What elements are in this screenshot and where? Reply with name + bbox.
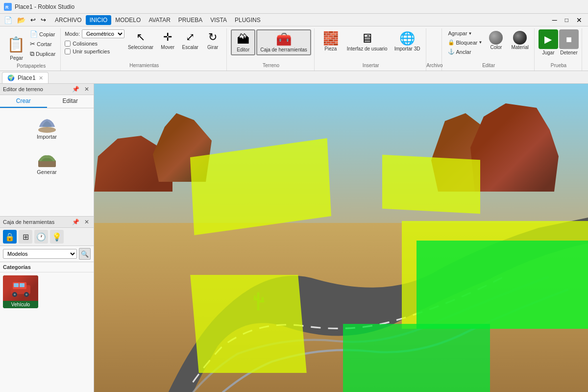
terrain-editor-panel: Editor de terreno 📌 ✕ Crear Editar Impor…	[0, 84, 94, 216]
toolbox-vehiculo-item[interactable]: Vehículo	[3, 275, 38, 308]
svg-rect-7	[20, 283, 24, 287]
terrain-panel-pin[interactable]: 📌	[71, 85, 81, 93]
terrain-panel-header: Editor de terreno 📌 ✕	[0, 84, 94, 95]
menu-prueba[interactable]: PRUEBA	[174, 15, 206, 25]
maximize-btn[interactable]: □	[561, 16, 572, 24]
minimize-btn[interactable]: ─	[548, 15, 561, 25]
seleccionar-label: Seleccionar	[128, 45, 153, 50]
mover-btn[interactable]: ✛ Mover	[157, 29, 178, 52]
editar-buttons: Agrupar ▼ 🔒 Bloquear ▼ ⚓ Anclar	[446, 29, 531, 63]
importar-tool[interactable]: Importar	[27, 113, 67, 143]
close-btn[interactable]: ✕	[572, 15, 586, 25]
bloquear-arrow: ▼	[478, 40, 482, 45]
toolbox-search-row: Modelos Plugins Audio Decales Mallas 🔍	[0, 246, 94, 262]
portapapeles-label: Portapapeles	[17, 63, 46, 70]
portapapeles-group: 📋 📄 Copiar ✂ Cortar ⧉ Duplicar	[2, 28, 61, 71]
menu-avatar[interactable]: AVATAR	[145, 15, 174, 25]
redo-btn[interactable]: ↪	[39, 15, 48, 24]
toolbox-categories-label: Categorías	[0, 262, 94, 272]
generar-tool[interactable]: Generar	[27, 148, 67, 178]
toolbox-bulb-btn[interactable]: 💡	[50, 230, 64, 244]
tab-editar[interactable]: Editar	[47, 95, 94, 108]
girar-btn[interactable]: ↻ Girar	[202, 29, 223, 52]
archivo-file-group: Archivo	[427, 28, 442, 71]
tab-crear[interactable]: Crear	[0, 95, 47, 108]
menu-modelo[interactable]: MODELO	[111, 15, 145, 25]
open-file-btn[interactable]: 📂	[15, 15, 27, 25]
unir-checkbox[interactable]	[65, 49, 71, 54]
unir-label: Unir superficies	[73, 49, 110, 54]
toolbox-panel-pin[interactable]: 📌	[71, 218, 81, 226]
new-file-btn[interactable]: 📄	[2, 15, 14, 25]
material-btn[interactable]: Material	[509, 29, 531, 52]
bloquear-label: Bloquear	[456, 40, 477, 46]
modo-select[interactable]: Geométrico Local Mundial	[82, 29, 124, 38]
herramientas-label: Herramientas	[129, 63, 159, 70]
agrupar-arrow: ▼	[468, 31, 472, 36]
herramientas-group: Modo: Geométrico Local Mundial Colisione…	[62, 28, 227, 71]
paste-icon[interactable]: 📋	[5, 35, 27, 54]
modo-label: Modo:	[65, 31, 80, 37]
3d-viewport[interactable]	[94, 84, 588, 392]
undo-btn[interactable]: ↩	[28, 15, 38, 24]
importar3d-btn[interactable]: 🌐 Importar 3D	[392, 29, 423, 53]
ui-icon: 🖥	[361, 31, 373, 46]
color-sphere-icon	[489, 31, 503, 45]
scene	[94, 84, 588, 392]
terrain-panel-title: Editor de terreno	[3, 86, 69, 92]
menu-archivo[interactable]: ARCHIVO	[51, 15, 86, 25]
toolbox-dropdown[interactable]: Modelos Plugins Audio Decales Mallas	[3, 249, 77, 259]
pieza-btn[interactable]: 🧱 Pieza	[318, 29, 343, 53]
material-label: Material	[511, 45, 529, 50]
cortar-btn[interactable]: ✂ Cortar	[28, 39, 57, 49]
svg-text:R: R	[5, 5, 9, 10]
anchor-icon: ⚓	[448, 49, 455, 55]
escalar-label: Escalar	[182, 45, 198, 50]
copiar-btn[interactable]: 📄 Copiar	[28, 29, 57, 39]
editor-btn[interactable]: 🏔 Editor	[231, 29, 255, 55]
editor-icon: 🏔	[237, 32, 249, 47]
toolbox-grid-btn[interactable]: ⊞	[19, 230, 32, 244]
caja-herramientas-btn[interactable]: 🧰 Caja de herramientas	[256, 29, 311, 55]
rotate-icon: ↻	[208, 31, 217, 44]
terreno-label: Terreno	[263, 63, 279, 70]
pieza-label: Pieza	[324, 46, 337, 52]
terrain-yellow-3	[382, 155, 480, 214]
seleccionar-btn[interactable]: ↖ Seleccionar	[125, 29, 156, 52]
toolbox-panel-close[interactable]: ✕	[83, 218, 91, 226]
paste-group: 📋 📄 Copiar ✂ Cortar ⧉ Duplicar	[5, 29, 57, 59]
toolbox-lock-btn[interactable]: 🔒	[3, 230, 17, 244]
color-btn[interactable]: Color	[485, 29, 507, 52]
editar-group: Agrupar ▼ 🔒 Bloquear ▼ ⚓ Anclar	[443, 28, 535, 71]
menu-vista[interactable]: VISTA	[206, 15, 231, 25]
insertar-label: Insertar	[363, 63, 379, 70]
escalar-btn[interactable]: ⤢ Escalar	[179, 29, 201, 52]
detener-label: Detener	[560, 50, 578, 55]
menu-plugins[interactable]: PLUGINS	[231, 15, 265, 25]
agrupar-btn[interactable]: Agrupar ▼	[446, 29, 484, 37]
place1-tab[interactable]: 🌍 Place1 ✕	[2, 72, 49, 83]
duplicar-btn[interactable]: ⧉ Duplicar	[28, 49, 57, 59]
place1-tab-close[interactable]: ✕	[39, 75, 43, 81]
interfaz-label: Interfaz de usuario	[347, 46, 388, 52]
toolbox-search-btn[interactable]: 🔍	[79, 248, 91, 260]
lock-small-icon: 🔒	[448, 39, 455, 46]
detener-btn[interactable]: ■	[559, 29, 579, 49]
paste-label: Pegar	[2, 55, 31, 61]
title-bar: R Place1 - Roblox Studio	[0, 0, 588, 14]
toolbox-panel-title: Caja de herramientas	[3, 219, 69, 225]
bloquear-btn[interactable]: 🔒 Bloquear ▼	[446, 38, 484, 47]
terrain-panel-close[interactable]: ✕	[83, 85, 91, 93]
jugar-btn[interactable]: ▶	[539, 29, 558, 49]
menu-inicio[interactable]: INICIO	[86, 15, 112, 25]
terrain-green-1	[416, 241, 588, 329]
place-tab-icon: 🌍	[7, 74, 15, 81]
toolbox-clock-btn[interactable]: 🕐	[34, 230, 48, 244]
colisiones-checkbox[interactable]	[65, 41, 71, 47]
paste-side: 📄 Copiar ✂ Cortar ⧉ Duplicar	[28, 29, 57, 59]
interfaz-btn[interactable]: 🖥 Interfaz de usuario	[344, 29, 391, 53]
move-icon: ✛	[163, 31, 172, 44]
vehicle-icon	[9, 278, 32, 298]
anclar-btn[interactable]: ⚓ Anclar	[446, 48, 484, 56]
app-icon: R	[4, 3, 12, 11]
